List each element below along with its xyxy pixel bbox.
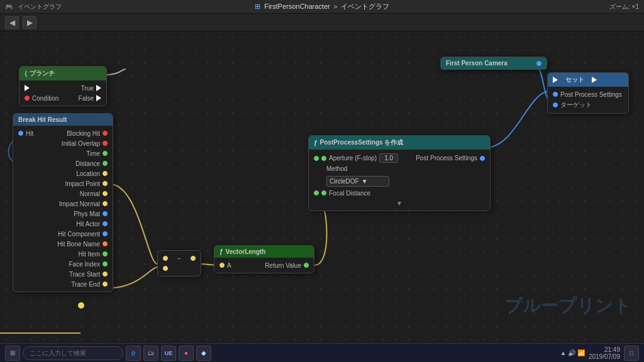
phys-mat-label: Phys Mat <box>74 211 100 217</box>
set-target-row: ターゲット <box>548 99 628 111</box>
breadcrumb: FirstPersonCharacter ＞ イベントグラフ <box>264 2 389 11</box>
impact-point-label: Impact Point <box>65 180 100 187</box>
folder-button[interactable]: 🗂 <box>143 346 158 361</box>
normal-row: Normal <box>13 189 113 199</box>
minus-out-pin <box>191 256 196 261</box>
expand-row: ▼ <box>309 198 490 208</box>
set-body: Post Process Settings ターゲット <box>548 87 628 113</box>
taskbar: ⊞ e 🗂 UE ● ◆ ▲ 🔊 📶 21:49 2019/07/09 □ <box>0 343 644 362</box>
post-process-node: ƒ PostProcessSettings を作成 Aperture (F-st… <box>308 135 491 211</box>
aperture-value[interactable]: 1.0 <box>379 153 398 163</box>
post-process-label: PostProcessSettings を作成 <box>320 138 404 147</box>
start-button[interactable]: ⊞ <box>5 346 20 361</box>
chrome-button[interactable]: ● <box>179 346 194 361</box>
hit-item-pin <box>103 251 108 256</box>
set-post-process-label: Post Process Settings <box>560 91 622 98</box>
expand-icon[interactable]: ▼ <box>396 200 402 207</box>
window-title: イベントグラフ <box>18 3 62 11</box>
notifications-button[interactable]: □ <box>624 346 639 361</box>
break-hit-header: Break Hit Result <box>13 114 113 126</box>
set-post-process-row: Post Process Settings <box>548 89 628 99</box>
branch-node: ⟨ ブランチ True Condition False <box>19 66 107 106</box>
vector-length-node: ƒ VectorLength A Return Value <box>214 245 314 273</box>
trace-start-pin <box>103 272 108 277</box>
title-bar-left: 🎮 イベントグラフ <box>5 3 62 11</box>
set-exec-in-pin <box>553 77 558 83</box>
branch-true-label: True <box>81 85 94 92</box>
hit-bone-name-pin <box>103 241 108 246</box>
camera-output-pin <box>536 61 541 66</box>
face-index-pin <box>103 261 108 266</box>
time-row: Time <box>13 148 113 158</box>
hit-item-row: Hit Item <box>13 249 113 259</box>
hit-component-label: Hit Component <box>58 231 100 238</box>
post-process-header: ƒ PostProcessSettings を作成 <box>309 136 490 150</box>
search-input[interactable] <box>23 346 123 360</box>
face-index-label: Face Index <box>69 261 100 268</box>
date: 2019/07/09 <box>589 353 620 360</box>
branch-false-pin <box>96 95 101 101</box>
break-hit-header-label: Break Hit Result <box>18 116 67 123</box>
post-process-output-pin <box>480 156 485 161</box>
extra-button[interactable]: ◆ <box>196 346 211 361</box>
branch-header-label: ブランチ <box>30 69 55 78</box>
vector-length-header: ƒ VectorLength <box>214 246 314 258</box>
minus-operator-label: − <box>175 255 184 262</box>
location-row: Location <box>13 168 113 178</box>
window-icon: 🎮 <box>5 3 13 10</box>
ie-button[interactable]: e <box>126 346 141 361</box>
back-button[interactable]: ◀ <box>5 16 19 29</box>
time-label: Time <box>86 150 100 157</box>
blueprint-canvas[interactable]: ⟨ ブランチ True Condition False <box>0 31 644 343</box>
hit-component-row: Hit Component <box>13 229 113 239</box>
set-exec-out-pin <box>592 77 597 83</box>
branch-condition-pin <box>25 96 30 101</box>
method-label: Method <box>326 165 347 172</box>
branch-condition-row: Condition False <box>19 93 106 103</box>
clock: 21:49 <box>604 346 620 353</box>
title-bar-center: ⊞ FirstPersonCharacter ＞ イベントグラフ <box>255 2 389 11</box>
normal-pin <box>103 191 108 196</box>
break-hit-row: Hit Blocking Hit <box>13 128 113 138</box>
watermark-text: ブループリント <box>504 294 631 318</box>
ue4-button[interactable]: UE <box>161 346 176 361</box>
impact-normal-label: Impact Normal <box>59 200 100 207</box>
taskbar-right: ▲ 🔊 📶 21:49 2019/07/09 □ <box>560 346 639 361</box>
hit-item-label: Hit Item <box>79 251 100 258</box>
distance-row: Distance <box>13 158 113 168</box>
impact-point-pin <box>103 181 108 186</box>
method-row: Method CircleDOF ▼ <box>309 164 490 188</box>
vector-length-icon: ƒ <box>219 248 223 255</box>
focal-exec-pin <box>314 190 319 195</box>
method-dropdown[interactable]: CircleDOF ▼ <box>326 176 389 187</box>
vector-length-body: A Return Value <box>214 258 314 273</box>
vector-return-pin <box>304 263 309 268</box>
aperture-exec-pin <box>314 156 319 161</box>
trace-start-label: Trace Start <box>69 271 100 278</box>
focal-distance-row: Focal Distance <box>309 188 490 198</box>
focal-val-pin <box>321 190 326 195</box>
hit-actor-pin <box>103 221 108 226</box>
trace-start-row: Trace Start <box>13 269 113 279</box>
aperture-label: Aperture (F-stop) <box>329 155 377 162</box>
initial-overlap-label: Initial Overlap <box>62 140 100 147</box>
phys-mat-pin <box>103 211 108 216</box>
break-hit-result-node: Break Hit Result Hit Blocking Hit Initia… <box>13 113 113 292</box>
distance-label: Distance <box>75 160 100 167</box>
hit-component-pin <box>103 231 108 236</box>
distance-pin <box>103 161 108 166</box>
trace-end-label: Trace End <box>71 281 100 288</box>
post-process-output-label: Post Process Settings <box>416 155 477 162</box>
initial-overlap-row: Initial Overlap <box>13 138 113 148</box>
hit-label: Hit <box>26 130 33 137</box>
blocking-hit-label: Blocking Hit <box>67 130 100 137</box>
hit-actor-row: Hit Actor <box>13 219 113 229</box>
minus-node-body: − <box>158 251 201 276</box>
branch-node-header: ⟨ ブランチ <box>19 67 106 80</box>
hit-bone-name-label: Hit Bone Name <box>57 241 100 248</box>
forward-button[interactable]: ▶ <box>23 16 36 29</box>
title-bar: 🎮 イベントグラフ ⊞ FirstPersonCharacter ＞ イベントグ… <box>0 0 644 14</box>
hit-actor-label: Hit Actor <box>76 221 100 228</box>
normal-label: Normal <box>80 190 100 197</box>
branch-exec-in-pin <box>25 85 30 91</box>
